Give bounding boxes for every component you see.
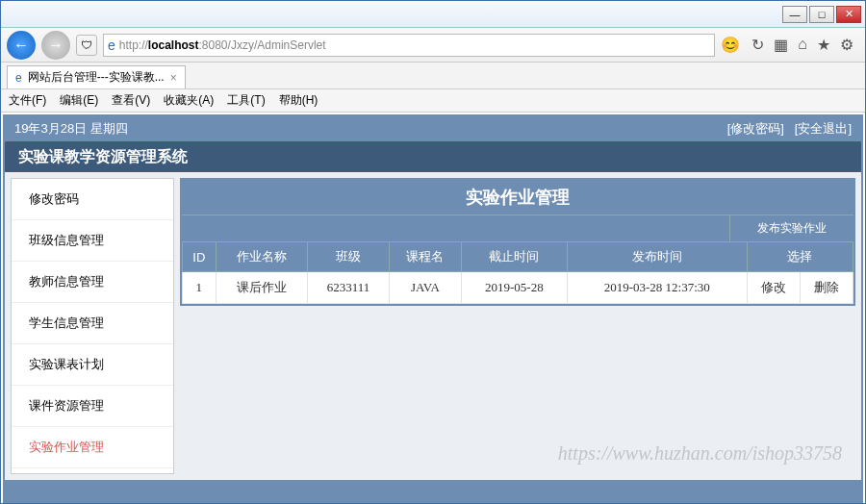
- sidebar-item-password[interactable]: 修改密码: [12, 179, 173, 220]
- cell-name: 课后作业: [216, 272, 308, 304]
- publish-homework-button[interactable]: 发布实验作业: [729, 215, 853, 241]
- menu-edit[interactable]: 编辑(E): [60, 92, 98, 109]
- col-deadline: 截止时间: [462, 242, 568, 272]
- change-password-link[interactable]: [修改密码]: [727, 121, 784, 136]
- security-shield-icon[interactable]: 🛡: [76, 35, 97, 56]
- sidebar-item-schedule[interactable]: 实验课表计划: [12, 344, 173, 386]
- sidebar-item-courseware[interactable]: 课件资源管理: [12, 386, 173, 427]
- delete-link[interactable]: 删除: [800, 272, 853, 304]
- homework-panel: 实验作业管理 发布实验作业 ID 作业名称 班级 课程名 截止时间: [180, 178, 855, 306]
- logout-link[interactable]: [安全退出]: [795, 121, 852, 136]
- tab-title: 网站后台管理---实验课教...: [28, 69, 165, 86]
- gear-icon[interactable]: ⚙: [840, 36, 853, 54]
- col-id: ID: [183, 242, 216, 272]
- tab-ie-icon: e: [15, 71, 22, 85]
- col-name: 作业名称: [216, 242, 308, 272]
- url-path: /Jxzy/AdminServlet: [228, 38, 326, 52]
- edit-link[interactable]: 修改: [747, 272, 800, 304]
- sidebar-item-homework[interactable]: 实验作业管理: [12, 427, 173, 468]
- close-button[interactable]: ✕: [836, 6, 861, 23]
- minimize-button[interactable]: —: [782, 6, 807, 23]
- col-pubtime: 发布时间: [567, 242, 747, 272]
- menu-help[interactable]: 帮助(H): [279, 92, 318, 109]
- address-bar[interactable]: e http:// localhost :8080 /Jxzy/AdminSer…: [103, 34, 715, 57]
- url-protocol: http://: [119, 38, 148, 52]
- topbar-date: 19年3月28日 星期四: [14, 120, 128, 138]
- menu-view[interactable]: 查看(V): [112, 92, 150, 109]
- col-course: 课程名: [389, 242, 461, 272]
- menu-favorites[interactable]: 收藏夹(A): [164, 92, 214, 109]
- app-footer: [5, 480, 861, 501]
- col-class: 班级: [308, 242, 389, 272]
- cell-id: 1: [183, 272, 216, 304]
- window-titlebar: — □ ✕: [1, 1, 865, 28]
- browser-navbar: ← → 🛡 e http:// localhost :8080 /Jxzy/Ad…: [1, 28, 865, 63]
- maximize-button[interactable]: □: [809, 6, 834, 23]
- watermark: https://www.huzhan.com/ishop33758: [558, 442, 842, 465]
- browser-menubar: 文件(F) 编辑(E) 查看(V) 收藏夹(A) 工具(T) 帮助(H): [1, 89, 865, 113]
- menu-file[interactable]: 文件(F): [9, 92, 46, 109]
- sidebar-item-student[interactable]: 学生信息管理: [12, 303, 173, 344]
- stop-icon[interactable]: ▦: [774, 36, 788, 54]
- nav-icons: ↻ ▦ ⌂ ★ ⚙: [746, 36, 859, 54]
- system-title: 实验课教学资源管理系统: [5, 141, 861, 172]
- cell-course: JAVA: [389, 272, 461, 304]
- browser-tab[interactable]: e 网站后台管理---实验课教... ×: [7, 65, 186, 88]
- tab-strip: e 网站后台管理---实验课教... ×: [1, 63, 865, 89]
- back-button[interactable]: ←: [7, 31, 36, 60]
- homework-table: ID 作业名称 班级 课程名 截止时间 发布时间 选择 1: [182, 241, 853, 304]
- menu-tools[interactable]: 工具(T): [227, 92, 265, 109]
- refresh-icon[interactable]: ↻: [751, 36, 764, 54]
- url-host: localhost: [148, 38, 199, 52]
- compat-icon[interactable]: 😊: [721, 36, 740, 54]
- sidebar: 修改密码 班级信息管理 教师信息管理 学生信息管理 实验课表计划 课件资源管理 …: [11, 178, 174, 474]
- cell-pubtime: 2019-03-28 12:37:30: [567, 272, 747, 304]
- favorites-icon[interactable]: ★: [817, 36, 830, 54]
- app-topbar: 19年3月28日 星期四 [修改密码] [安全退出]: [5, 116, 861, 141]
- col-select: 选择: [747, 242, 853, 272]
- home-icon[interactable]: ⌂: [798, 36, 807, 54]
- app-frame: 19年3月28日 星期四 [修改密码] [安全退出] 实验课教学资源管理系统 修…: [3, 114, 863, 503]
- ie-icon: e: [108, 38, 115, 53]
- panel-title: 实验作业管理: [182, 180, 853, 214]
- sidebar-item-teacher[interactable]: 教师信息管理: [12, 262, 173, 303]
- cell-class: 6233111: [308, 272, 389, 304]
- sidebar-item-class[interactable]: 班级信息管理: [12, 220, 173, 262]
- tab-close-icon[interactable]: ×: [170, 71, 177, 85]
- forward-button[interactable]: →: [41, 31, 70, 60]
- table-row: 1 课后作业 6233111 JAVA 2019-05-28 2019-03-2…: [183, 272, 853, 304]
- cell-deadline: 2019-05-28: [462, 272, 568, 304]
- content-area: 实验作业管理 发布实验作业 ID 作业名称 班级 课程名 截止时间: [180, 178, 855, 474]
- url-port: :8080: [199, 38, 228, 52]
